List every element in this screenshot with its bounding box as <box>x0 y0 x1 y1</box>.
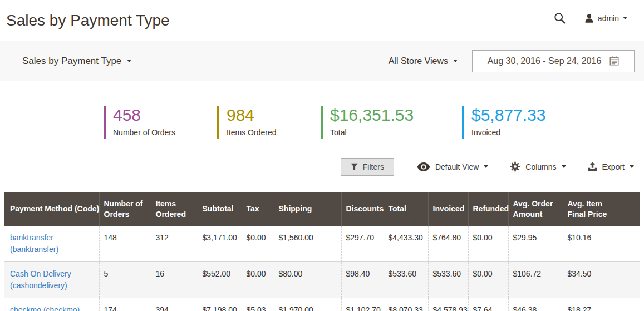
header-actions: admin <box>554 12 627 24</box>
grid-toolbar: Filters Default View Columns Export <box>0 156 640 178</box>
payment-method-link[interactable]: Cash On Delivery (cashondelivery) <box>10 269 71 290</box>
store-view-dropdown[interactable]: All Store Views <box>389 56 458 66</box>
col-header-total[interactable]: Total <box>384 192 428 226</box>
col-header-number-of-orders[interactable]: Number of Orders <box>99 192 151 226</box>
stat-number-of-orders: 458 Number of Orders <box>104 106 217 139</box>
grid-cell: $4,578.93 <box>428 298 468 311</box>
stat-label: Total <box>330 128 456 137</box>
grid-cell: $29.95 <box>508 226 563 262</box>
grid-cell: $0.00 <box>468 261 508 298</box>
grid-cell: banktransfer (banktransfer) <box>4 226 99 262</box>
grid-cell: $0.00 <box>242 226 274 262</box>
grid-row-banktransfer: banktransfer (banktransfer) 148 312 $3,1… <box>4 226 640 262</box>
sales-report-grid: Payment Method (Code) Number of Orders I… <box>4 192 640 311</box>
chevron-down-icon <box>623 17 627 19</box>
stat-invoiced: $5,877.33 Invoiced <box>462 106 551 139</box>
grid-cell: $1,560.00 <box>274 226 341 262</box>
export-dropdown[interactable]: Export <box>577 156 640 178</box>
col-header-tax[interactable]: Tax <box>242 192 274 226</box>
gear-icon <box>510 161 520 172</box>
stat-value: $5,877.33 <box>471 106 545 124</box>
grid-cell: $106.72 <box>508 261 563 298</box>
grid-cell: $5.03 <box>242 298 274 311</box>
col-header-refunded[interactable]: Refunded <box>468 192 508 226</box>
report-type-dropdown[interactable]: Sales by Payment Type <box>22 56 131 67</box>
col-header-items-ordered[interactable]: Items Ordered <box>151 192 198 226</box>
admin-user-menu[interactable]: admin <box>584 13 627 23</box>
export-icon <box>588 162 597 171</box>
chevron-down-icon <box>630 165 634 168</box>
grid-header-row: Payment Method (Code) Number of Orders I… <box>4 192 640 226</box>
grid-cell: 394 <box>151 298 198 311</box>
page-title: Sales by Payment Type <box>6 12 170 29</box>
grid-cell: Cash On Delivery (cashondelivery) <box>4 261 99 298</box>
calendar-icon <box>609 56 619 66</box>
search-icon[interactable] <box>554 12 566 24</box>
col-header-subtotal[interactable]: Subtotal <box>198 192 242 226</box>
page-header: Sales by Payment Type admin <box>0 0 644 41</box>
user-icon <box>584 13 594 23</box>
store-view-label: All Store Views <box>389 56 448 66</box>
grid-cell: $764.80 <box>428 226 468 262</box>
grid-cell: $1,102.70 <box>341 298 384 311</box>
chevron-down-icon <box>562 165 566 168</box>
chevron-down-icon <box>484 165 488 168</box>
grid-cell: $297.70 <box>341 226 384 262</box>
view-switcher-dropdown[interactable]: Default View <box>406 156 499 178</box>
filters-button-label: Filters <box>363 162 384 171</box>
grid-cell: $98.40 <box>341 261 384 298</box>
col-header-avg-order-amount[interactable]: Avg. Order Amount <box>508 192 563 226</box>
grid-cell: $0.00 <box>242 261 274 298</box>
grid-cell: $18.27 <box>563 298 640 311</box>
payment-method-link[interactable]: banktransfer (banktransfer) <box>10 233 58 254</box>
grid-cell: $1,970.00 <box>274 298 341 311</box>
admin-username: admin <box>598 14 619 23</box>
stat-value: 984 <box>227 106 315 124</box>
report-filter-bar: Sales by Payment Type All Store Views Au… <box>0 41 644 81</box>
filters-button[interactable]: Filters <box>341 158 394 176</box>
grid-cell: $8,070.33 <box>384 298 428 311</box>
grid-cell: 5 <box>99 261 151 298</box>
col-header-discounts[interactable]: Discounts <box>341 192 384 226</box>
view-switcher-label: Default View <box>435 162 479 171</box>
grid-cell: $7.64 <box>468 298 508 311</box>
grid-cell: 16 <box>151 261 198 298</box>
chevron-down-icon <box>127 60 131 62</box>
report-totals: 458 Number of Orders 984 Items Ordered $… <box>0 81 644 139</box>
filter-funnel-icon <box>351 163 358 170</box>
grid-cell: checkmo (checkmo) <box>4 298 99 311</box>
grid-cell: $34.50 <box>563 261 640 298</box>
grid-cell: $10.16 <box>563 226 640 262</box>
grid-row-checkmo: checkmo (checkmo) 174 394 $7,198.00 $5.0… <box>4 298 640 311</box>
stat-label: Items Ordered <box>227 128 315 137</box>
date-range-value: Aug 30, 2016 - Sep 24, 2016 <box>488 56 602 66</box>
grid-cell: $80.00 <box>274 261 341 298</box>
stat-items-ordered: 984 Items Ordered <box>217 106 321 139</box>
col-header-shipping[interactable]: Shipping <box>274 192 341 226</box>
grid-cell: $46.38 <box>508 298 563 311</box>
export-label: Export <box>602 162 625 171</box>
stat-value: 458 <box>113 106 212 124</box>
grid-cell: $7,198.00 <box>198 298 242 311</box>
eye-icon <box>417 162 430 171</box>
grid-cell: $533.60 <box>384 261 428 298</box>
date-range-input[interactable]: Aug 30, 2016 - Sep 24, 2016 <box>472 50 635 72</box>
stat-value: $16,351.53 <box>330 106 456 124</box>
col-header-invoiced[interactable]: Invoiced <box>428 192 468 226</box>
chevron-down-icon <box>453 60 458 62</box>
grid-cell: $552.00 <box>198 261 242 298</box>
columns-label: Columns <box>525 162 556 171</box>
columns-dropdown[interactable]: Columns <box>499 156 576 178</box>
col-header-payment-method[interactable]: Payment Method (Code) <box>4 192 99 226</box>
stat-label: Number of Orders <box>113 128 212 137</box>
grid-cell: $533.60 <box>428 261 468 298</box>
grid-cell: 148 <box>99 226 151 262</box>
col-header-avg-item-final-price[interactable]: Avg. Item Final Price <box>563 192 640 226</box>
payment-method-link[interactable]: checkmo (checkmo) <box>10 305 80 311</box>
report-type-label: Sales by Payment Type <box>22 56 121 67</box>
stat-total: $16,351.53 Total <box>321 106 462 139</box>
grid-row-cashondelivery: Cash On Delivery (cashondelivery) 5 16 $… <box>4 261 640 298</box>
filter-bar-right: All Store Views Aug 30, 2016 - Sep 24, 2… <box>389 50 635 72</box>
grid-cell: $0.00 <box>468 226 508 262</box>
grid-cell: $4,433.30 <box>384 226 428 262</box>
